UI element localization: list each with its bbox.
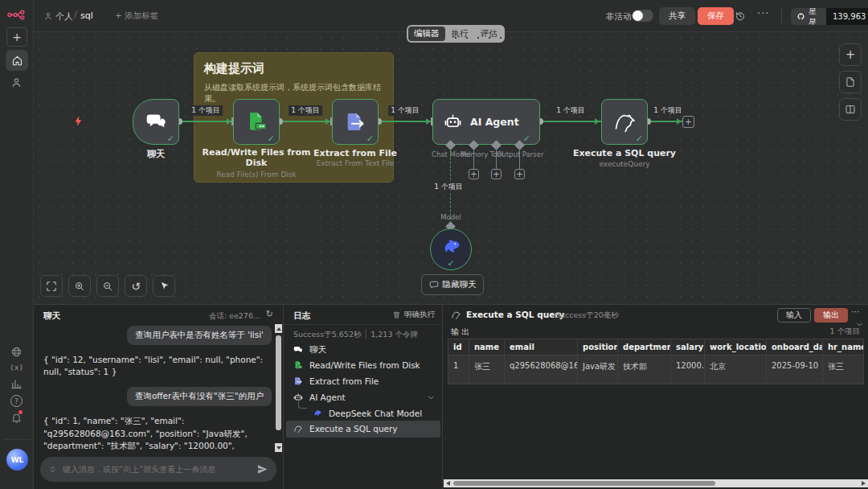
hide-chat-button[interactable]: 隐藏聊天 [421, 274, 484, 295]
cursor-icon [159, 281, 170, 291]
node-extract-from-file[interactable]: ✓ [332, 99, 379, 145]
output-more-button[interactable]: ··· [851, 306, 860, 317]
github-star-label: 星星 [809, 8, 820, 25]
left-sidebar: + (x) ? WL [0, 0, 34, 489]
node-ai-agent[interactable]: AI Agent ✓ [432, 99, 540, 145]
version-history-button[interactable] [735, 10, 746, 22]
down-arrow-icon [276, 446, 281, 450]
sidebar-item-notifications[interactable] [10, 412, 23, 424]
col-header[interactable]: id [448, 339, 469, 355]
add-node-button[interactable]: + [839, 43, 862, 66]
hscrollbar-thumb[interactable] [453, 481, 715, 486]
output-section-label: 输出 [451, 327, 472, 338]
sidebar-item-home[interactable] [6, 50, 28, 71]
scroll-left-arrow[interactable] [446, 481, 450, 486]
mysql-icon [293, 424, 303, 434]
undo-icon: ↺ [131, 280, 141, 293]
table-cell: 张三 [823, 355, 864, 384]
chat-message-bot: { "id": 1, "name": "张三", "email": "q2956… [43, 415, 272, 453]
github-star-widget[interactable]: 星星 139,963 [791, 8, 868, 25]
scroll-right-arrow[interactable] [862, 481, 866, 486]
node-execute-sql[interactable]: ✓ [601, 99, 648, 145]
fit-view-button[interactable] [40, 275, 63, 297]
connection-agent-to-sql [540, 121, 601, 122]
workflow-name[interactable]: sql [80, 10, 93, 21]
chat-input-bar [40, 457, 276, 482]
col-header[interactable]: name [469, 339, 505, 355]
chat-input[interactable] [63, 465, 251, 474]
add-workflow-button[interactable]: + [6, 27, 27, 47]
sidebar-item-variables[interactable]: (x) [10, 363, 23, 372]
log-entry-extract[interactable]: Extract from File [293, 376, 379, 386]
chat-messages[interactable]: 查询用户表中是否有姓名等于 'lisi' { "id": 12, "userna… [43, 326, 272, 453]
node-success-check: ✓ [447, 258, 454, 269]
active-toggle[interactable] [632, 10, 653, 22]
output-tab-button[interactable]: 输出 [814, 308, 848, 323]
log-entry-execute-sql-selected[interactable]: Execute a SQL query [286, 421, 440, 438]
col-header[interactable]: salary [671, 339, 705, 355]
col-header[interactable]: onboard_date [767, 339, 823, 355]
col-header[interactable]: hr_name [823, 339, 864, 355]
port-stub-line [473, 145, 474, 169]
table-cell: 1 [448, 355, 469, 384]
connection-items-badge: 1 个项目 [651, 105, 685, 116]
col-header[interactable]: position [578, 339, 618, 355]
sidebar-item-insights[interactable] [10, 378, 23, 390]
chat-message-user: 查询offer表中有没有"张三"的用户 [127, 387, 272, 406]
log-entry-deepseek[interactable]: DeepSeek Chat Model [313, 409, 422, 418]
table-cell: 2025-09-10 [767, 355, 823, 384]
send-icon[interactable] [256, 463, 268, 475]
zoom-in-button[interactable] [68, 275, 91, 297]
chat-scroll-up-button[interactable] [275, 324, 282, 333]
more-options-button[interactable]: ··· [757, 7, 769, 19]
logs-summary-status: Success于5.652秒 [293, 330, 361, 339]
zoom-out-button[interactable] [96, 275, 119, 297]
share-button[interactable]: 共享 [659, 7, 695, 25]
collapse-agent-button[interactable] [427, 393, 436, 402]
table-cell: q295628068@163.com [505, 355, 578, 384]
chat-panel-title: 聊天 [43, 310, 60, 322]
add-output-parser-button[interactable]: + [514, 169, 525, 179]
reset-session-button[interactable]: ↻ [266, 309, 273, 319]
col-header[interactable]: work_location [705, 339, 767, 355]
chat-scroll-down-button[interactable] [275, 443, 282, 452]
output-hscrollbar[interactable] [444, 479, 868, 487]
node-success-check: ✓ [523, 134, 530, 144]
sidebar-item-help[interactable]: ? [10, 395, 23, 407]
input-tab-button[interactable]: 输入 [777, 308, 811, 323]
node-success-check: ✓ [268, 134, 275, 144]
log-entry-read-write[interactable]: Read/Write Files from Disk [293, 360, 420, 370]
clear-execution-button[interactable]: 明确执行 [392, 310, 435, 320]
node-deepseek-chat-model[interactable]: ✓ [430, 228, 472, 270]
tidy-up-button[interactable] [153, 275, 175, 297]
tree-elbow [298, 398, 307, 409]
sidebar-divider [3, 439, 31, 440]
connection-chat-to-readwrite [179, 121, 233, 122]
up-arrow-icon [276, 327, 281, 331]
avatar[interactable]: WL [6, 449, 28, 471]
sidebar-item-personal[interactable] [10, 76, 23, 88]
add-tool-button[interactable]: + [491, 169, 502, 179]
reset-zoom-button[interactable]: ↺ [125, 275, 147, 297]
add-memory-button[interactable]: + [469, 169, 479, 179]
node-read-write-files[interactable]: ✓ [233, 99, 280, 145]
breadcrumb-owner[interactable]: 个人 [55, 10, 73, 23]
col-header[interactable]: department [618, 339, 671, 355]
question-icon: ? [14, 397, 18, 405]
zoom-out-icon [102, 281, 113, 292]
chat-message-user: 查询用户表中是否有姓名等于 'lisi' [127, 326, 272, 345]
save-button[interactable]: 保存 [698, 7, 734, 25]
toggle-panel-button[interactable] [839, 98, 862, 121]
chat-scrollbar-thumb[interactable] [276, 335, 281, 430]
add-sticky-button[interactable] [839, 71, 862, 93]
breadcrumb-separator: / [74, 10, 77, 20]
file-green-icon [293, 360, 303, 370]
node-chat-trigger[interactable]: ✓ [133, 99, 179, 145]
log-entry-chat[interactable]: 聊天 [293, 344, 326, 355]
sidebar-item-templates[interactable] [10, 346, 23, 358]
col-header[interactable]: email [505, 339, 578, 355]
github-star-count-wrap: 139,963 [826, 8, 868, 25]
port-stub-line [519, 145, 520, 169]
add-next-node-button[interactable]: + [682, 116, 694, 128]
add-tag-button[interactable]: + 添加标签 [115, 10, 158, 22]
